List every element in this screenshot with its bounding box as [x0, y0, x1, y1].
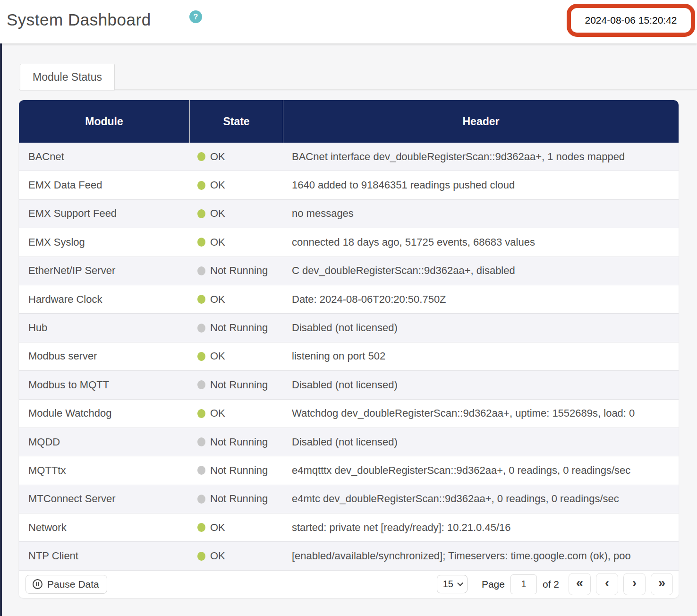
state-cell: OK [190, 151, 283, 163]
table-footer: Pause Data 15 Page of 2 « ‹ › » [19, 571, 679, 598]
module-name: NTP Client [19, 550, 190, 562]
module-name: EtherNet/IP Server [19, 265, 190, 277]
header-message: C dev_doubleRegisterScan::9d362aa+, disa… [283, 265, 679, 277]
help-icon[interactable]: ? [189, 10, 202, 23]
page-nav-buttons: « ‹ › » [569, 573, 673, 595]
module-name: EMX Support Feed [19, 207, 190, 220]
status-dot-icon [197, 209, 205, 218]
table-row: HubNot RunningDisabled (not licensed) [19, 314, 679, 342]
state-cell: OK [190, 522, 283, 534]
module-name: MTConnect Server [19, 493, 190, 505]
status-dot-icon [197, 466, 205, 475]
table-row: Modbus serverOKlistening on port 502 [19, 342, 679, 371]
header-message: Watchdog dev_doubleRegisterScan::9d362aa… [283, 407, 679, 419]
state-label: OK [210, 407, 225, 419]
state-label: OK [210, 350, 225, 362]
status-dot-icon [197, 266, 205, 275]
table-header-row: Module State Header [19, 100, 679, 143]
status-dot-icon [197, 352, 205, 361]
status-dot-icon [197, 238, 205, 247]
module-name: EMX Data Feed [19, 179, 190, 191]
module-name: MQTTtx [19, 464, 190, 477]
status-dot-icon [197, 324, 205, 333]
status-dot-icon [197, 380, 205, 389]
module-name: MQDD [19, 436, 190, 448]
status-dot-icon [197, 495, 205, 504]
pause-icon [32, 579, 43, 590]
table-row: Hardware ClockOKDate: 2024-08-06T20:20:5… [19, 285, 679, 314]
module-name: Modbus to MQTT [19, 379, 190, 391]
page-number-input[interactable] [510, 574, 537, 594]
state-cell: OK [190, 350, 283, 362]
page-size-select[interactable]: 15 [437, 575, 468, 593]
page-count-label: of 2 [543, 579, 559, 590]
header-message: Disabled (not licensed) [283, 436, 679, 448]
table-row: BACnetOKBACnet interface dev_doubleRegis… [19, 143, 679, 171]
page-title: System Dashboard [7, 10, 151, 29]
table-row: EMX SyslogOKconnected 18 days ago, 51725… [19, 228, 679, 257]
state-cell: Not Running [190, 493, 283, 505]
status-dot-icon [197, 295, 205, 304]
next-page-button[interactable]: › [623, 573, 646, 595]
status-dot-icon [197, 152, 205, 161]
table-row: EMX Data FeedOK1640 added to 91846351 re… [19, 171, 679, 199]
state-cell: Not Running [190, 265, 283, 277]
header-message: started: private net [ready/ready]: 10.2… [283, 522, 679, 534]
state-label: OK [210, 151, 225, 163]
state-label: OK [210, 293, 225, 306]
header-message: e4mqtttx dev_doubleRegisterScan::9d362aa… [283, 464, 679, 477]
state-cell: Not Running [190, 322, 283, 334]
state-label: Not Running [210, 379, 268, 391]
module-name: Hub [19, 322, 190, 334]
state-label: Not Running [210, 322, 268, 334]
header-message: 1640 added to 91846351 readings pushed c… [283, 179, 679, 191]
timestamp-annotation-highlight: 2024-08-06 15:20:42 [567, 4, 695, 37]
header-message: Disabled (not licensed) [283, 379, 679, 391]
module-name: Hardware Clock [19, 293, 190, 306]
status-dot-icon [197, 437, 205, 446]
page-header: System Dashboard ? 2024-08-06 15:20:42 [0, 0, 697, 43]
table-body: BACnetOKBACnet interface dev_doubleRegis… [19, 143, 679, 571]
state-label: Not Running [210, 493, 268, 505]
table-row: MTConnect ServerNot Runninge4mtc dev_dou… [19, 485, 679, 513]
header-message: no messages [283, 207, 679, 220]
state-cell: OK [190, 207, 283, 220]
table-row: MQTTtxNot Runninge4mqtttx dev_doubleRegi… [19, 456, 679, 485]
state-label: OK [210, 522, 225, 534]
chevron-down-icon [457, 580, 463, 586]
state-label: OK [210, 207, 225, 220]
state-cell: OK [190, 550, 283, 562]
module-status-table: Module State Header BACnetOKBACnet inter… [19, 100, 679, 598]
header-message: BACnet interface dev_doubleRegisterScan:… [283, 151, 679, 163]
status-dot-icon [197, 409, 205, 418]
column-header-state: State [190, 100, 283, 143]
status-dot-icon [197, 181, 205, 190]
table-row: NTP ClientOK[enabled/available/synchroni… [19, 542, 679, 570]
page-label: Page [482, 579, 505, 590]
content-area: Module Status Module State Header BACnet… [0, 43, 697, 616]
current-timestamp: 2024-08-06 15:20:42 [585, 15, 677, 26]
last-page-button[interactable]: » [651, 573, 673, 595]
previous-page-button[interactable]: ‹ [596, 573, 618, 595]
state-label: OK [210, 550, 225, 562]
state-cell: OK [190, 407, 283, 419]
state-cell: Not Running [190, 379, 283, 391]
module-name: Module Watchdog [19, 407, 190, 419]
state-label: Not Running [210, 464, 268, 477]
header-message: listening on port 502 [283, 350, 679, 362]
table-row: Module WatchdogOKWatchdog dev_doubleRegi… [19, 400, 679, 428]
state-label: Not Running [210, 265, 268, 277]
pagination-controls: 15 Page of 2 « ‹ › » [437, 573, 673, 595]
state-label: Not Running [210, 436, 268, 448]
tab-module-status[interactable]: Module Status [20, 64, 115, 90]
column-header-module: Module [19, 100, 190, 143]
pause-data-label: Pause Data [47, 579, 99, 590]
first-page-button[interactable]: « [569, 573, 591, 595]
table-row: EMX Support FeedOKno messages [19, 200, 679, 228]
header-message: Disabled (not licensed) [283, 322, 679, 334]
pause-data-button[interactable]: Pause Data [26, 575, 107, 594]
module-name: Network [19, 522, 190, 534]
module-name: Modbus server [19, 350, 190, 362]
module-name: EMX Syslog [19, 236, 190, 248]
table-row: NetworkOKstarted: private net [ready/rea… [19, 513, 679, 542]
